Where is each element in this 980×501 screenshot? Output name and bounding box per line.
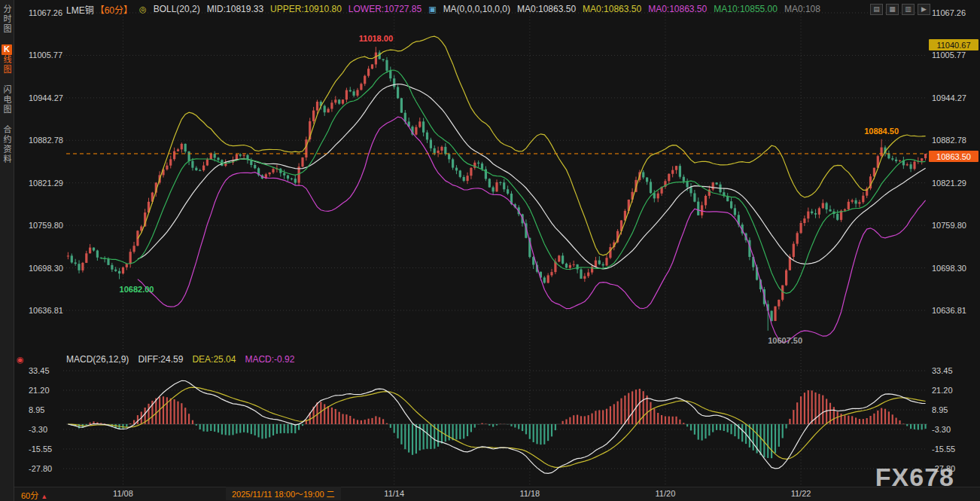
- k-badge-icon: K: [2, 44, 12, 55]
- macd-header: MACD(26,12,9) DIFF:24.59 DEA:25.04 MACD:…: [66, 354, 294, 365]
- svg-text:10698.30: 10698.30: [932, 264, 966, 273]
- svg-text:21.20: 21.20: [932, 386, 953, 395]
- list-view-icon[interactable]: ▥: [902, 4, 915, 15]
- ma0-value-yellow: MA0:10863.50: [583, 4, 641, 14]
- svg-text:10882.78: 10882.78: [29, 136, 63, 145]
- price-annotations: 11018.0010682.0010607.5010884.50: [120, 34, 899, 345]
- svg-text:-15.55: -15.55: [29, 444, 52, 454]
- svg-text:10884.50: 10884.50: [864, 127, 899, 136]
- macd-hist-value: MACD:-0.92: [245, 354, 294, 365]
- ma0-value-white: MA0:10863.50: [517, 4, 576, 14]
- svg-text:10636.81: 10636.81: [932, 306, 966, 315]
- svg-text:10821.29: 10821.29: [29, 179, 63, 188]
- svg-text:10698.30: 10698.30: [29, 264, 63, 273]
- period-text: 60分: [21, 491, 38, 500]
- sidebar-tab-contract-info[interactable]: 合约资料: [1, 125, 13, 164]
- last-price-badge: 10863.50: [929, 151, 978, 162]
- boll-mid-value: MID:10819.33: [207, 4, 263, 14]
- period-arrow-icon: ▲: [41, 493, 47, 500]
- indicators-panel-icon[interactable]: ▤: [870, 4, 883, 15]
- chart-canvas[interactable]: 11067.2611067.2611005.7711005.7710944.27…: [0, 0, 980, 501]
- sidebar-tab-label: 线图: [2, 55, 11, 75]
- svg-text:10882.78: 10882.78: [932, 136, 966, 145]
- period-selector[interactable]: 60分 ▲: [21, 489, 47, 501]
- chart-header: LME铜 【60分】 ◎ BOLL(20,2) MID:10819.33 UPP…: [66, 3, 820, 15]
- svg-text:11067.26: 11067.26: [932, 8, 966, 17]
- svg-text:10759.80: 10759.80: [932, 221, 966, 230]
- boll-lower-value: LOWER:10727.85: [348, 4, 422, 14]
- trading-app-window: 11067.2611067.2611005.7711005.7710944.27…: [0, 0, 980, 501]
- macd-histogram: [68, 389, 925, 458]
- ma-group-label: MA(0,0,0,10,0,0): [443, 4, 510, 14]
- svg-text:21.20: 21.20: [29, 386, 50, 395]
- svg-text:-15.55: -15.55: [932, 444, 955, 454]
- svg-text:8.95: 8.95: [29, 405, 44, 414]
- chart-toolbar: ▤ ▦ ▥ ▶: [870, 4, 930, 15]
- sidebar-tab-flash-chart[interactable]: 闪电图: [1, 85, 13, 115]
- svg-text:10944.27: 10944.27: [29, 93, 63, 102]
- svg-text:10759.80: 10759.80: [29, 221, 63, 230]
- macd-dea-value: DEA:25.04: [192, 354, 236, 365]
- band-value-badge: 11040.67: [929, 39, 978, 50]
- ma10-value: MA10:10855.00: [714, 4, 778, 14]
- indicator-settings-icon[interactable]: ◎: [139, 5, 147, 14]
- boll-label: BOLL(20,2): [154, 4, 200, 14]
- macd-settings-icon[interactable]: ◉: [17, 355, 24, 365]
- period-tag[interactable]: 【60分】: [96, 3, 132, 16]
- macd-lines: [68, 380, 925, 473]
- svg-text:10682.00: 10682.00: [120, 285, 154, 294]
- svg-text:11018.00: 11018.00: [359, 34, 393, 43]
- expand-panel-icon[interactable]: ▶: [918, 4, 930, 15]
- symbol-name: LME铜: [66, 3, 94, 16]
- ma10-line: [101, 70, 925, 293]
- svg-text:10636.81: 10636.81: [29, 306, 63, 315]
- sidebar-tab-timeline-chart[interactable]: 分时图: [1, 5, 13, 34]
- macd-diff-value: DIFF:24.59: [138, 354, 183, 365]
- sidebar-tab-candlestick-chart[interactable]: K线图: [1, 44, 13, 75]
- ma-settings-icon[interactable]: ▣: [428, 5, 436, 14]
- svg-text:-27.80: -27.80: [29, 464, 52, 473]
- svg-text:11005.77: 11005.77: [29, 50, 62, 60]
- svg-text:-3.30: -3.30: [29, 425, 47, 434]
- grid-lines: [63, 8, 927, 484]
- svg-text:11067.26: 11067.26: [29, 8, 62, 17]
- svg-text:10607.50: 10607.50: [768, 336, 802, 345]
- ma0-value-magenta: MA0:10863.50: [648, 4, 707, 14]
- time-axis-bar: 60分 ▲ 2025/11/11 18:00～19:00 二: [0, 487, 980, 501]
- crosshair-time-label: 2025/11/11 18:00～19:00 二: [226, 487, 341, 500]
- grid-layout-icon[interactable]: ▦: [886, 4, 899, 15]
- ma0-value-gray: MA0:108: [784, 4, 820, 14]
- candlesticks[interactable]: [67, 47, 927, 331]
- sidebar: 分时图 K线图 闪电图 合约资料: [0, 0, 14, 501]
- svg-text:33.45: 33.45: [932, 366, 953, 375]
- svg-text:33.45: 33.45: [29, 366, 50, 375]
- svg-text:8.95: 8.95: [932, 405, 948, 414]
- svg-text:11005.77: 11005.77: [932, 50, 966, 60]
- svg-text:10821.29: 10821.29: [932, 179, 966, 188]
- bollinger-bands: [138, 36, 926, 342]
- boll-upper-value: UPPER:10910.80: [270, 4, 342, 14]
- svg-text:-3.30: -3.30: [932, 425, 951, 434]
- svg-text:10944.27: 10944.27: [932, 93, 966, 102]
- axis-labels: 11067.2611067.2611005.7711005.7710944.27…: [29, 8, 966, 473]
- macd-title: MACD(26,12,9): [66, 354, 129, 365]
- watermark: FX678: [875, 463, 954, 492]
